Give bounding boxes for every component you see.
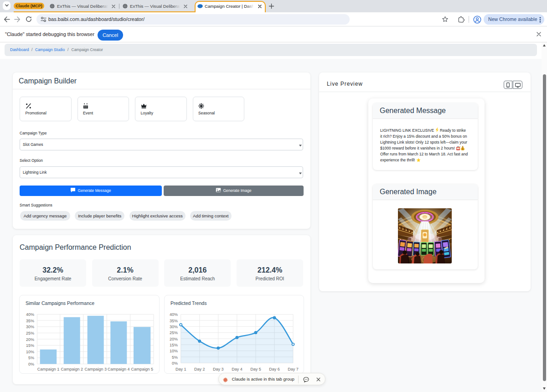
svg-text:Day 7: Day 7 [288, 367, 299, 371]
svg-text:5%: 5% [172, 355, 178, 360]
svg-text:10%: 10% [26, 350, 34, 354]
svg-text:20%: 20% [26, 337, 34, 342]
svg-text:25%: 25% [26, 331, 34, 335]
svg-text:0%: 0% [172, 361, 178, 366]
svg-text:40%: 40% [26, 312, 34, 317]
svg-text:Campaign 3: Campaign 3 [84, 367, 107, 371]
svg-text:15%: 15% [170, 343, 178, 347]
svg-text:Campaign 2: Campaign 2 [61, 367, 83, 371]
svg-text:Day 4: Day 4 [232, 367, 243, 371]
svg-text:Campaign 4: Campaign 4 [108, 367, 130, 371]
svg-text:30%: 30% [170, 325, 178, 329]
svg-text:40%: 40% [170, 312, 178, 317]
svg-text:10%: 10% [170, 349, 178, 353]
svg-text:25%: 25% [170, 330, 178, 335]
svg-text:Day 2: Day 2 [194, 367, 205, 371]
svg-text:Day 6: Day 6 [269, 367, 280, 371]
svg-text:Campaign 1: Campaign 1 [37, 367, 60, 371]
svg-text:Day 5: Day 5 [250, 367, 261, 371]
svg-text:Day 3: Day 3 [213, 367, 224, 371]
svg-text:5%: 5% [28, 356, 34, 360]
svg-text:35%: 35% [170, 319, 178, 323]
svg-text:30%: 30% [26, 325, 34, 329]
svg-text:$: $ [462, 147, 464, 150]
svg-text:0%: 0% [28, 362, 34, 366]
svg-text:20%: 20% [170, 337, 178, 341]
svg-text:Day 1: Day 1 [175, 367, 186, 371]
svg-text:35%: 35% [26, 319, 34, 323]
svg-text:15%: 15% [26, 343, 34, 348]
svg-text:Campaign 5: Campaign 5 [131, 367, 153, 371]
